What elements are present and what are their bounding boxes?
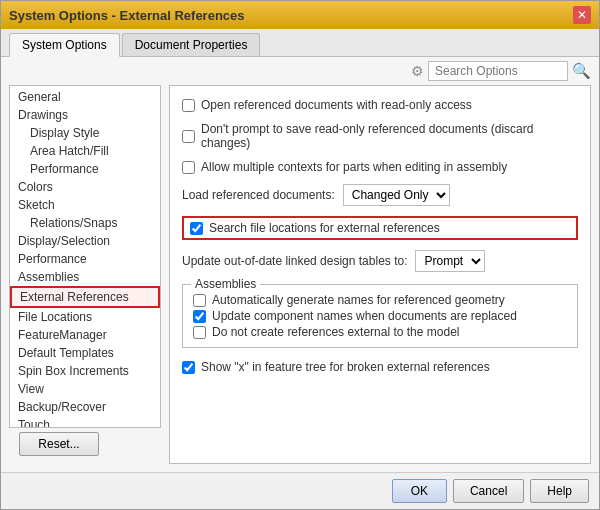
checkbox-auto-generate-label: Automatically generate names for referen… — [212, 293, 505, 307]
tabs-row: System Options Document Properties — [1, 29, 599, 57]
load-ref-select[interactable]: Changed Only All None Prompt — [343, 184, 450, 206]
help-button[interactable]: Help — [530, 479, 589, 503]
show-x-row: Show "x" in feature tree for broken exte… — [182, 360, 578, 374]
close-button[interactable]: ✕ — [573, 6, 591, 24]
search-input[interactable] — [428, 61, 568, 81]
tab-document-properties[interactable]: Document Properties — [122, 33, 261, 56]
sidebar-item-display-style[interactable]: Display Style — [10, 124, 160, 142]
sidebar-item-relations-snaps[interactable]: Relations/Snaps — [10, 214, 160, 232]
settings-icon: ⚙ — [411, 63, 424, 79]
sidebar-item-view[interactable]: View — [10, 380, 160, 398]
search-icon[interactable]: 🔍 — [572, 62, 591, 80]
checkbox-row-1: Open referenced documents with read-only… — [182, 98, 578, 112]
dialog: System Options - External References ✕ S… — [0, 0, 600, 510]
ok-button[interactable]: OK — [392, 479, 447, 503]
content-area: GeneralDrawingsDisplay StyleArea Hatch/F… — [1, 85, 599, 472]
checkbox-dont-prompt[interactable] — [182, 130, 195, 143]
update-row: Update out-of-date linked design tables … — [182, 250, 578, 272]
assemblies-checkbox-row-3: Do not create references external to the… — [193, 325, 567, 339]
checkbox-row-2: Don't prompt to save read-only reference… — [182, 122, 578, 150]
title-bar: System Options - External References ✕ — [1, 1, 599, 29]
sidebar: GeneralDrawingsDisplay StyleArea Hatch/F… — [9, 85, 161, 428]
checkbox-update-component[interactable] — [193, 310, 206, 323]
sidebar-item-area-hatch-fill[interactable]: Area Hatch/Fill — [10, 142, 160, 160]
sidebar-item-spin-box-increments[interactable]: Spin Box Increments — [10, 362, 160, 380]
main-panel: Open referenced documents with read-only… — [169, 85, 591, 464]
checkbox-read-only[interactable] — [182, 99, 195, 112]
checkbox-search-file-locations[interactable] — [190, 222, 203, 235]
sidebar-item-colors[interactable]: Colors — [10, 178, 160, 196]
checkbox-multiple-contexts[interactable] — [182, 161, 195, 174]
bottom-buttons: OK Cancel Help — [1, 472, 599, 509]
checkbox-no-external[interactable] — [193, 326, 206, 339]
assemblies-checkbox-row-2: Update component names when documents ar… — [193, 309, 567, 323]
assemblies-group: Assemblies Automatically generate names … — [182, 284, 578, 348]
sidebar-item-default-templates[interactable]: Default Templates — [10, 344, 160, 362]
update-select[interactable]: Prompt Always Never — [415, 250, 485, 272]
sidebar-item-display-selection[interactable]: Display/Selection — [10, 232, 160, 250]
checkbox-read-only-label: Open referenced documents with read-only… — [201, 98, 472, 112]
sidebar-item-assemblies[interactable]: Assemblies — [10, 268, 160, 286]
checkbox-dont-prompt-label: Don't prompt to save read-only reference… — [201, 122, 578, 150]
sidebar-item-featuremanager[interactable]: FeatureManager — [10, 326, 160, 344]
sidebar-item-external-references[interactable]: External References — [10, 286, 160, 308]
sidebar-item-file-locations[interactable]: File Locations — [10, 308, 160, 326]
reset-button[interactable]: Reset... — [19, 432, 99, 456]
sidebar-item-sketch[interactable]: Sketch — [10, 196, 160, 214]
assemblies-checkbox-row-1: Automatically generate names for referen… — [193, 293, 567, 307]
checkbox-auto-generate[interactable] — [193, 294, 206, 307]
checkbox-no-external-label: Do not create references external to the… — [212, 325, 459, 339]
sidebar-item-backup-recover[interactable]: Backup/Recover — [10, 398, 160, 416]
sidebar-item-drawings[interactable]: Drawings — [10, 106, 160, 124]
load-ref-row: Load referenced documents: Changed Only … — [182, 184, 578, 206]
assemblies-group-label: Assemblies — [191, 277, 260, 291]
checkbox-multiple-contexts-label: Allow multiple contexts for parts when e… — [201, 160, 507, 174]
sidebar-item-performance[interactable]: Performance — [10, 160, 160, 178]
sidebar-item-general[interactable]: General — [10, 88, 160, 106]
search-row: ⚙ 🔍 — [1, 57, 599, 85]
checkbox-show-x-label: Show "x" in feature tree for broken exte… — [201, 360, 490, 374]
load-ref-label: Load referenced documents: — [182, 188, 335, 202]
tab-system-options[interactable]: System Options — [9, 33, 120, 57]
checkbox-row-3: Allow multiple contexts for parts when e… — [182, 160, 578, 174]
search-file-locations-row: Search file locations for external refer… — [182, 216, 578, 240]
title-bar-text: System Options - External References — [9, 8, 245, 23]
checkbox-show-x[interactable] — [182, 361, 195, 374]
search-file-locations-label: Search file locations for external refer… — [209, 221, 440, 235]
checkbox-update-component-label: Update component names when documents ar… — [212, 309, 517, 323]
update-label: Update out-of-date linked design tables … — [182, 254, 407, 268]
sidebar-item-performance[interactable]: Performance — [10, 250, 160, 268]
sidebar-item-touch[interactable]: Touch — [10, 416, 160, 428]
cancel-button[interactable]: Cancel — [453, 479, 524, 503]
